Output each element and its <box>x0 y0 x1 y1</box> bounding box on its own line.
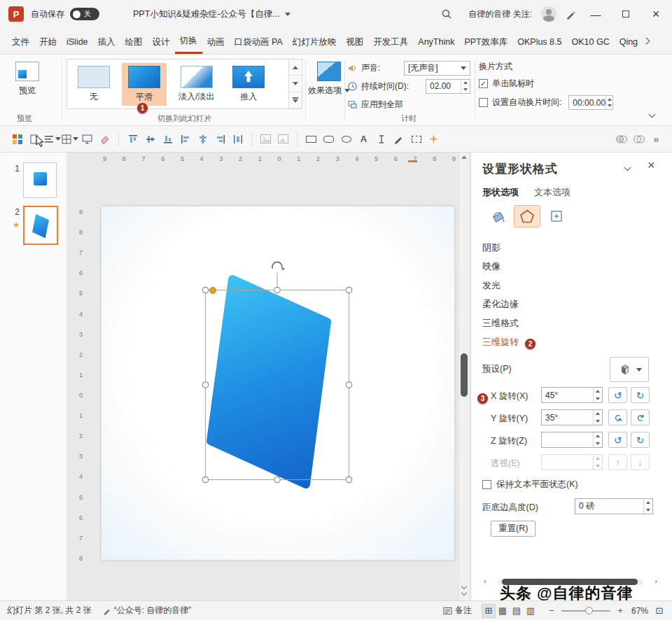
rotation-y-spinner[interactable] <box>593 410 602 425</box>
section-glow[interactable]: 发光 <box>482 276 536 295</box>
selected-shape[interactable] <box>211 279 327 484</box>
rotate-y-up-button[interactable]: ↺ <box>608 409 627 425</box>
tab-slideshow[interactable]: 幻灯片放映 <box>288 30 342 54</box>
slide-thumbnail-1[interactable]: 1 <box>7 162 66 198</box>
align-top-icon[interactable] <box>124 130 141 148</box>
rotate-x-right-button[interactable]: ↻ <box>631 387 650 403</box>
reset-button[interactable]: 重置(R) <box>491 521 536 537</box>
distance-spinner[interactable] <box>643 499 652 514</box>
maximize-button[interactable] <box>615 5 636 23</box>
plugin-grid-icon[interactable] <box>8 130 26 148</box>
autosave-toggle[interactable]: 关 <box>70 8 99 20</box>
rotation-x-input[interactable]: 45° <box>541 387 603 403</box>
pencil-icon[interactable] <box>390 130 407 148</box>
rotation-z-input[interactable] <box>541 432 603 448</box>
gallery-scroll-up-button[interactable] <box>289 59 302 76</box>
merge-shapes-icon[interactable] <box>612 130 630 148</box>
textbox-icon[interactable]: A <box>355 130 372 148</box>
tab-okplus[interactable]: OKPlus 8.5 <box>512 30 566 54</box>
gallery-more-button[interactable] <box>289 92 302 108</box>
app-logo-icon[interactable]: P <box>8 6 24 22</box>
more-tools-icon[interactable]: » <box>648 130 665 148</box>
picture-tool-icon[interactable] <box>257 130 274 148</box>
tab-ppt-library[interactable]: PPT效率库 <box>459 30 512 54</box>
magic-effects-icon[interactable] <box>425 130 442 148</box>
duration-spinner[interactable] <box>461 80 470 93</box>
tab-qing[interactable]: Qing <box>615 30 643 54</box>
auto-advance-spinner[interactable] <box>606 96 612 109</box>
transition-morph[interactable]: 平滑 <box>122 63 167 106</box>
apply-to-all-button[interactable]: 应用到全部 <box>347 95 470 113</box>
rotation-y-input[interactable]: 35° <box>541 409 603 425</box>
section-reflection[interactable]: 映像 <box>482 257 536 276</box>
tab-ok10[interactable]: OK10 GC <box>566 30 614 54</box>
vertical-textbox-icon[interactable] <box>372 130 390 148</box>
layout-grid-icon[interactable] <box>61 130 78 148</box>
preset-dropdown-button[interactable] <box>610 357 649 382</box>
rotate-y-down-button[interactable]: ↻ <box>631 409 650 425</box>
rotate-x-left-button[interactable]: ↺ <box>608 387 627 403</box>
align-bottom-icon[interactable] <box>159 130 176 148</box>
tab-animations[interactable]: 动画 <box>202 30 230 54</box>
tab-view[interactable]: 视图 <box>341 30 368 54</box>
rotate-z-ccw-button[interactable]: ↺ <box>608 432 627 448</box>
document-title[interactable]: PPT小知识&疑难杂症-公众号【自律... <box>133 8 290 20</box>
normal-view-button[interactable]: ⊞ <box>482 604 496 618</box>
rotation-z-spinner[interactable] <box>593 432 602 447</box>
dashed-frame-icon[interactable] <box>407 130 425 148</box>
title-dropdown-icon[interactable] <box>285 13 290 16</box>
rounded-rectangle-shape-icon[interactable] <box>320 130 337 148</box>
tab-file[interactable]: 文件 <box>7 30 34 54</box>
tab-developer[interactable]: 开发工具 <box>368 30 413 54</box>
avatar[interactable] <box>541 6 556 22</box>
tab-islide[interactable]: iSlide <box>62 30 93 54</box>
tab-design[interactable]: 设计 <box>148 30 175 54</box>
panel-tab-text-options[interactable]: 文本选项 <box>534 186 570 199</box>
minimize-button[interactable]: — <box>585 5 606 23</box>
tab-transitions[interactable]: 切换 <box>175 30 202 54</box>
screen-show-icon[interactable] <box>78 130 96 148</box>
close-button[interactable]: × <box>645 5 666 23</box>
panel-scroll-left-icon[interactable]: ‹ <box>484 577 486 585</box>
zoom-slider[interactable] <box>561 610 610 612</box>
auto-advance-time-input[interactable]: 00:00.00 <box>568 95 613 110</box>
transition-none[interactable]: 无 <box>71 63 116 106</box>
transition-fade[interactable]: 淡入/淡出 <box>172 63 220 106</box>
slide-1-thumb[interactable] <box>23 162 57 198</box>
zoom-slider-thumb[interactable] <box>585 607 593 614</box>
scroll-chevron2-icon[interactable] <box>461 590 467 596</box>
align-list-icon[interactable] <box>43 130 61 148</box>
scroll-up-icon[interactable] <box>461 155 467 159</box>
tab-home[interactable]: 开始 <box>34 30 62 54</box>
tab-pocket-animation[interactable]: 口袋动画 PA <box>230 30 288 54</box>
distribute-horizontal-icon[interactable] <box>229 130 246 148</box>
size-properties-category-icon[interactable] <box>544 206 569 227</box>
section-shadow[interactable]: 阴影 <box>482 238 536 257</box>
effects-category-icon[interactable] <box>514 206 540 227</box>
account-text[interactable]: 自律的音律 关注: <box>468 8 532 20</box>
rotate-z-cw-button[interactable]: ↻ <box>631 432 650 448</box>
section-3d-format[interactable]: 三维格式 <box>482 313 536 332</box>
intersect-shapes-icon[interactable] <box>630 130 648 148</box>
zoom-percent[interactable]: 67% <box>631 606 648 616</box>
slide-surface[interactable] <box>102 206 454 560</box>
slide-sorter-view-button[interactable]: ▦ <box>496 604 510 618</box>
section-3d-rotation[interactable]: 三维旋转2 <box>482 332 536 351</box>
rotation-handle[interactable] <box>272 262 285 271</box>
effect-options-button[interactable]: 效果选项 <box>308 62 350 97</box>
tabs-overflow-icon[interactable] <box>643 38 650 45</box>
align-right-icon[interactable] <box>211 130 229 148</box>
zoom-out-button[interactable]: − <box>545 604 559 618</box>
next-slide-buttons[interactable] <box>459 584 469 595</box>
vertical-scrollbar-thumb[interactable] <box>461 353 468 397</box>
reading-view-button[interactable]: ▤ <box>510 604 524 618</box>
duration-input[interactable]: 02.00 <box>426 79 470 94</box>
align-middle-icon[interactable] <box>141 130 159 148</box>
slideshow-view-button[interactable]: ▥ <box>524 604 538 618</box>
ellipse-shape-icon[interactable] <box>337 130 355 148</box>
slide-thumbnail-2[interactable]: 2 ★ <box>7 206 66 245</box>
pen-icon[interactable] <box>566 9 576 20</box>
vertical-scrollbar[interactable] <box>458 153 469 600</box>
notes-button[interactable]: 备注 <box>443 605 472 617</box>
tab-anythink[interactable]: AnyThink <box>413 30 459 54</box>
